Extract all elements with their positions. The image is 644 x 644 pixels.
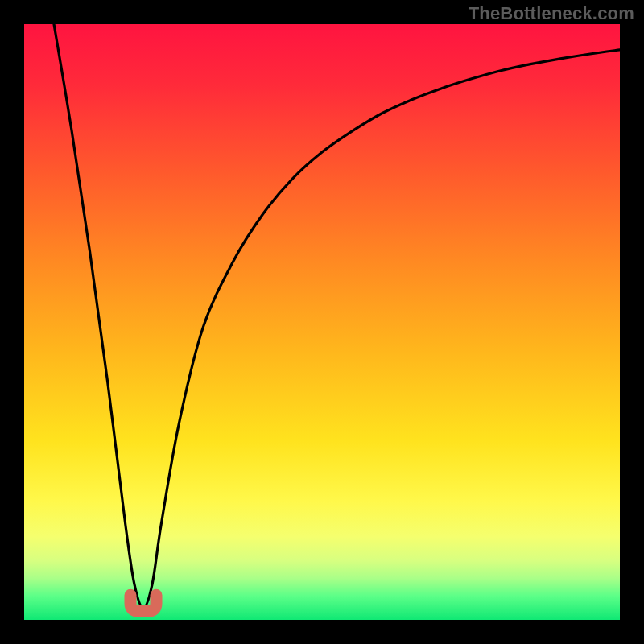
plot-area	[24, 24, 620, 620]
minimum-marker	[130, 595, 156, 611]
outer-frame: TheBottleneck.com	[0, 0, 644, 644]
bottleneck-curve	[54, 24, 620, 608]
attribution-text: TheBottleneck.com	[469, 3, 634, 24]
curve-layer	[24, 24, 620, 620]
